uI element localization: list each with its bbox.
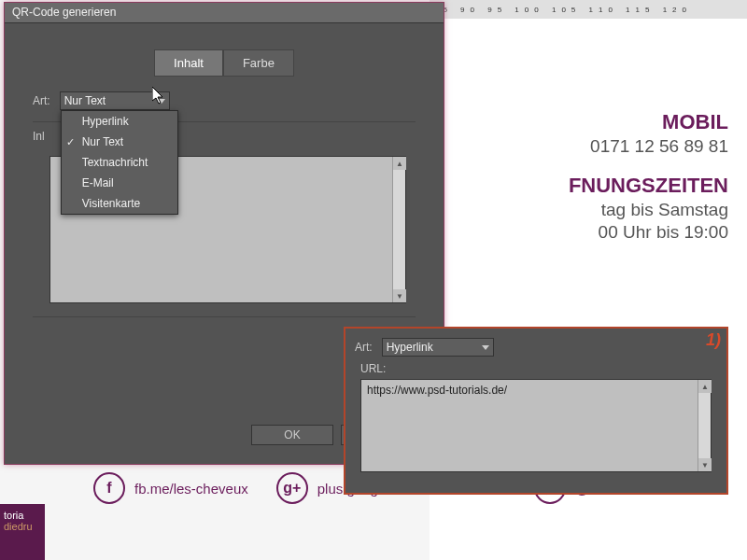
- art-label: Art:: [33, 94, 50, 107]
- menu-item-label: E-Mail: [82, 176, 114, 189]
- scroll-up-icon[interactable]: ▲: [393, 157, 406, 170]
- check-icon: ✓: [66, 136, 75, 148]
- tab-farbe[interactable]: Farbe: [223, 49, 294, 77]
- menu-item-textnachricht[interactable]: Textnachricht: [62, 152, 177, 173]
- art-dropdown-value: Nur Text: [64, 94, 106, 107]
- scrollbar-vertical[interactable]: ▲ ▼: [392, 157, 405, 302]
- art-label-2: Art:: [355, 341, 373, 354]
- facebook-link[interactable]: f fb.me/les-cheveux: [93, 472, 248, 504]
- facebook-icon: f: [93, 472, 125, 504]
- chevron-down-icon: [482, 345, 489, 350]
- gplus-icon: g+: [276, 472, 308, 504]
- annotation-badge: 1): [706, 330, 721, 350]
- ok-button[interactable]: OK: [251, 425, 333, 445]
- qr-hyperlink-panel: 1) Art: Hyperlink URL: https://www.psd-t…: [344, 327, 728, 495]
- menu-item-label: Textnachricht: [82, 156, 148, 169]
- menu-item-visitenkarte[interactable]: Visitenkarte: [62, 193, 177, 214]
- url-label: URL:: [360, 362, 712, 375]
- art-dropdown-value-2: Hyperlink: [387, 341, 433, 354]
- hours-heading: FNUNGSZEITEN: [569, 174, 728, 198]
- bottom-left-strip: toria diedru: [0, 504, 45, 560]
- scroll-down-icon[interactable]: ▼: [393, 289, 406, 302]
- scroll-up-icon[interactable]: ▲: [698, 380, 712, 393]
- scroll-down-icon[interactable]: ▼: [698, 458, 712, 471]
- hours-line2: 00 Uhr bis 19:00: [569, 222, 728, 243]
- menu-item-hyperlink[interactable]: Hyperlink: [62, 111, 177, 132]
- menu-item-email[interactable]: E-Mail: [62, 173, 177, 193]
- mobil-heading: MOBIL: [569, 110, 728, 134]
- art-dropdown-2[interactable]: Hyperlink: [382, 338, 494, 357]
- horizontal-ruler: 85 90 95 100 105 110 115 120: [430, 0, 747, 19]
- strip-line2: diedru: [4, 521, 41, 532]
- inhalt-label: Inl: [33, 130, 45, 143]
- menu-item-label: Nur Text: [82, 135, 123, 148]
- menu-item-label: Visitenkarte: [82, 197, 140, 210]
- menu-item-nur-text[interactable]: ✓Nur Text: [62, 132, 177, 152]
- url-textarea[interactable]: https://www.psd-tutorials.de/ ▲ ▼: [360, 379, 712, 472]
- hours-line1: tag bis Samstag: [569, 200, 728, 220]
- facebook-label: fb.me/les-cheveux: [134, 481, 248, 497]
- mobil-number: 0171 12 56 89 81: [569, 136, 728, 157]
- art-dropdown[interactable]: Nur Text Hyperlink ✓Nur Text Textnachric…: [60, 91, 170, 110]
- scrollbar-vertical[interactable]: ▲ ▼: [698, 380, 711, 471]
- tab-inhalt[interactable]: Inhalt: [154, 49, 223, 77]
- dialog-tabs: Inhalt Farbe: [5, 49, 444, 77]
- url-value: https://www.psd-tutorials.de/: [367, 384, 507, 397]
- chevron-down-icon: [158, 99, 165, 104]
- dialog-title: QR-Code generieren: [5, 3, 444, 23]
- document-content: MOBIL 0171 12 56 89 81 FNUNGSZEITEN tag …: [569, 93, 728, 243]
- strip-line1: toria: [4, 510, 41, 521]
- menu-item-label: Hyperlink: [82, 115, 129, 128]
- art-dropdown-menu: Hyperlink ✓Nur Text Textnachricht E-Mail…: [61, 110, 178, 215]
- separator: [33, 316, 416, 317]
